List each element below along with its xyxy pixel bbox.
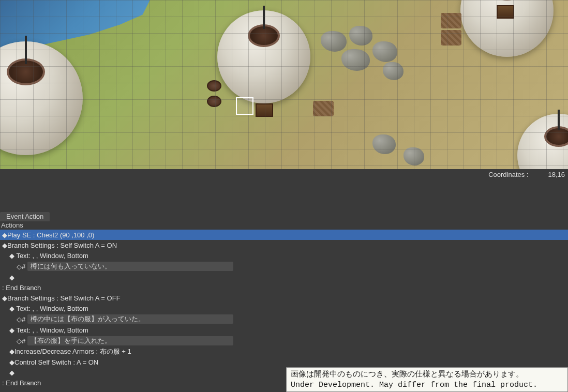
dev-notice-jp: 画像は開発中のものにつき、実際の仕様と異なる場合があります。 bbox=[291, 370, 563, 380]
coordinates-bar: Coordinates : 18,16 bbox=[0, 169, 568, 179]
event-command-row[interactable]: ◆ Text: , , Window, Bottom bbox=[0, 250, 568, 261]
event-command-row[interactable]: ◆ Text: , , Window, Bottom bbox=[0, 325, 568, 335]
event-command-row[interactable]: ◆Increase/Decrease Armors : 布の服 + 1 bbox=[0, 346, 568, 357]
event-text-prefix: ◇# bbox=[17, 337, 25, 345]
event-text-field[interactable] bbox=[27, 314, 233, 324]
empty-panel bbox=[0, 179, 568, 212]
event-command-row[interactable]: ◆Control Self Switch : A = ON bbox=[0, 357, 568, 367]
coordinates-label: Coordinates : bbox=[488, 171, 528, 178]
event-command-row[interactable]: ◆ Text: , , Window, Bottom bbox=[0, 303, 568, 313]
event-command-row[interactable]: ◆ bbox=[0, 272, 568, 282]
dev-notice-en: Under Development. May differ from the f… bbox=[291, 380, 563, 390]
event-text-input-row[interactable]: ◇# bbox=[0, 261, 568, 272]
map-editor-canvas[interactable] bbox=[0, 0, 568, 169]
event-text-field[interactable] bbox=[27, 262, 233, 271]
event-command-row[interactable]: : End Branch bbox=[0, 282, 568, 293]
event-text-prefix: ◇# bbox=[17, 263, 25, 270]
coordinates-value: 18,16 bbox=[548, 171, 565, 178]
map-grid bbox=[0, 0, 568, 169]
event-text-input-row[interactable]: ◇# bbox=[0, 335, 568, 346]
event-command-row[interactable]: ◆Branch Settings : Self Switch A = ON bbox=[0, 240, 568, 250]
actions-header: Actions bbox=[0, 221, 568, 230]
event-tabs: Event Action bbox=[0, 212, 568, 221]
tab-event-action[interactable]: Event Action bbox=[0, 212, 50, 221]
event-command-row[interactable]: ◆Play SE : Chest2 (90 ,100 ,0) bbox=[0, 230, 568, 240]
event-text-input-row[interactable]: ◇# bbox=[0, 313, 568, 325]
map-tile-cursor[interactable] bbox=[236, 97, 253, 115]
event-text-field[interactable] bbox=[27, 336, 233, 345]
event-text-prefix: ◇# bbox=[17, 315, 25, 323]
event-command-row[interactable]: ◆Branch Settings : Self Switch A = OFF bbox=[0, 293, 568, 303]
dev-notice-overlay: 画像は開発中のものにつき、実際の仕様と異なる場合があります。 Under Dev… bbox=[286, 367, 568, 392]
